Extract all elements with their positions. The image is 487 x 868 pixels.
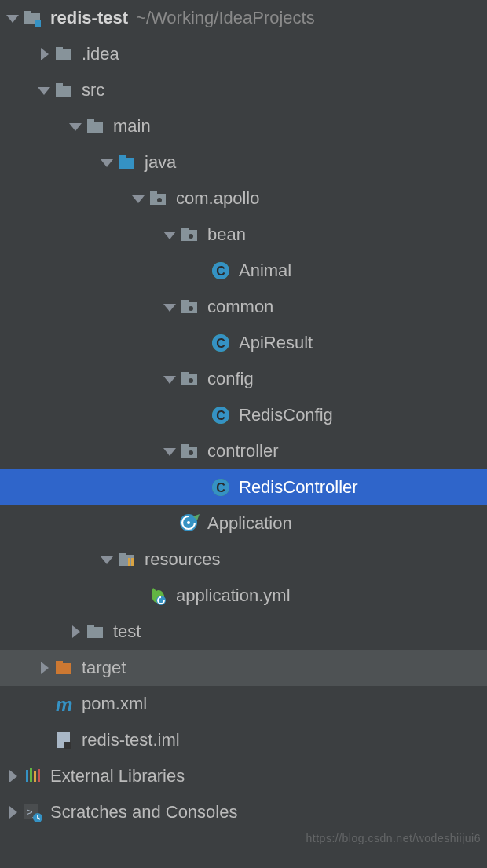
tree-item-external-libraries[interactable]: External Libraries	[0, 758, 487, 794]
tree-item-package[interactable]: com.apollo	[0, 181, 487, 217]
maven-icon	[53, 694, 74, 714]
chevron-down-icon	[160, 297, 179, 316]
tree-item-controller[interactable]: controller	[0, 433, 487, 469]
package-icon	[179, 369, 200, 389]
tree-item-rediscontroller-class[interactable]: RedisController	[0, 469, 487, 505]
tree-item-application-yml[interactable]: application.yml	[0, 578, 487, 614]
chevron-down-icon	[3, 9, 22, 27]
excluded-folder-icon	[53, 658, 74, 678]
class-label: Application	[207, 513, 292, 534]
package-icon	[148, 188, 168, 209]
java-class-icon	[211, 261, 231, 281]
chevron-down-icon	[97, 153, 116, 172]
tree-item-project-root[interactable]: redis-test ~/Working/IdeaProjects	[0, 0, 487, 36]
chevron-down-icon	[160, 370, 179, 388]
java-class-icon	[211, 405, 231, 425]
module-folder-icon	[22, 8, 42, 28]
chevron-right-icon	[35, 658, 53, 677]
folder-icon	[85, 116, 105, 137]
chevron-down-icon	[160, 225, 179, 244]
project-name-label: redis-test	[50, 8, 128, 28]
tree-item-application-class[interactable]: Application	[0, 505, 487, 542]
chevron-down-icon	[35, 81, 53, 100]
chevron-down-icon	[97, 550, 116, 569]
chevron-right-icon	[3, 767, 22, 786]
class-label: Animal	[239, 261, 291, 281]
file-label: application.yml	[176, 585, 291, 606]
chevron-down-icon	[129, 189, 148, 208]
libraries-icon	[22, 766, 42, 786]
tree-item-common[interactable]: common	[0, 289, 487, 325]
folder-label: src	[82, 80, 104, 100]
scratches-icon	[22, 802, 42, 822]
folder-label: .idea	[82, 44, 119, 64]
chevron-down-icon	[66, 117, 85, 136]
package-icon	[179, 297, 200, 317]
tree-item-target[interactable]: target	[0, 650, 487, 686]
chevron-right-icon	[35, 45, 53, 64]
package-label: common	[207, 297, 273, 317]
folder-label: main	[113, 116, 151, 137]
chevron-right-icon	[3, 803, 22, 822]
source-folder-icon	[116, 152, 137, 173]
class-label: RedisConfig	[239, 405, 333, 425]
tree-label: External Libraries	[50, 766, 185, 786]
class-label: ApiResult	[239, 333, 313, 353]
folder-label: resources	[145, 549, 221, 570]
tree-item-test[interactable]: test	[0, 614, 487, 650]
tree-item-config[interactable]: config	[0, 361, 487, 397]
folder-label: test	[113, 622, 141, 642]
tree-item-idea[interactable]: .idea	[0, 36, 487, 72]
chevron-down-icon	[160, 442, 179, 461]
folder-icon	[53, 44, 74, 64]
package-icon	[179, 441, 200, 461]
tree-item-animal-class[interactable]: Animal	[0, 253, 487, 289]
tree-item-main[interactable]: main	[0, 108, 487, 144]
spring-boot-run-icon	[179, 513, 200, 534]
tree-item-redisconfig-class[interactable]: RedisConfig	[0, 397, 487, 433]
tree-item-resources[interactable]: resources	[0, 542, 487, 578]
folder-label: target	[82, 658, 126, 678]
tree-item-pom[interactable]: pom.xml	[0, 686, 487, 722]
tree-item-bean[interactable]: bean	[0, 217, 487, 253]
package-icon	[179, 224, 200, 245]
tree-item-java[interactable]: java	[0, 144, 487, 181]
tree-item-src[interactable]: src	[0, 72, 487, 108]
tree-item-scratches[interactable]: Scratches and Consoles	[0, 794, 487, 830]
resources-folder-icon	[116, 549, 137, 570]
package-label: controller	[207, 441, 278, 461]
tree-label: Scratches and Consoles	[50, 802, 237, 822]
folder-label: java	[145, 152, 176, 173]
folder-icon	[53, 80, 74, 100]
chevron-right-icon	[66, 622, 85, 641]
folder-icon	[85, 622, 105, 642]
java-class-icon	[211, 477, 231, 498]
tree-item-iml[interactable]: redis-test.iml	[0, 722, 487, 758]
project-path-label: ~/Working/IdeaProjects	[136, 8, 315, 28]
watermark-text: https://blog.csdn.net/wodeshiijui6	[306, 832, 481, 844]
tree-item-apiresult-class[interactable]: ApiResult	[0, 325, 487, 361]
package-label: bean	[207, 224, 246, 245]
package-label: com.apollo	[176, 188, 259, 209]
package-label: config	[207, 369, 254, 389]
java-class-icon	[211, 333, 231, 353]
file-label: pom.xml	[82, 694, 147, 714]
spring-config-icon	[148, 585, 168, 606]
class-label: RedisController	[239, 477, 358, 498]
file-label: redis-test.iml	[82, 730, 180, 750]
module-file-icon	[53, 730, 74, 750]
